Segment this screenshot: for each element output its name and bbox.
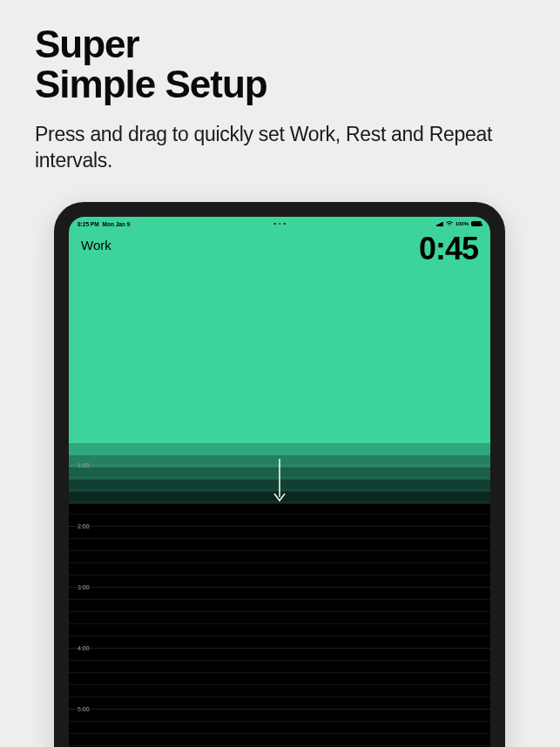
battery-icon xyxy=(471,221,482,226)
ruler-minor-tick xyxy=(69,550,490,551)
drag-down-arrow-icon xyxy=(273,459,287,502)
ruler-minor-tick xyxy=(69,660,490,661)
work-time-display: 0:45 xyxy=(419,231,478,267)
ruler-minor-tick xyxy=(69,733,490,734)
ruler-minor-tick xyxy=(69,636,490,636)
status-battery-pct: 100% xyxy=(455,221,469,226)
ruler-minor-tick xyxy=(69,611,490,612)
promo-subheading: Press and drag to quickly set Work, Rest… xyxy=(35,122,525,174)
ruler-major-tick xyxy=(69,526,490,527)
ruler-major-tick xyxy=(69,587,490,588)
ruler-minor-tick xyxy=(69,575,490,575)
ruler-major-tick xyxy=(69,709,490,710)
ruler-tick-label: 4:00 xyxy=(78,645,90,651)
app-screen[interactable]: 8:25 PM Mon Jan 9 100% Work 0:45 xyxy=(69,217,490,747)
ruler-minor-tick xyxy=(69,672,490,673)
ruler-minor-tick xyxy=(69,538,490,539)
ruler-minor-tick xyxy=(69,721,490,722)
ruler-tick-label: 5:00 xyxy=(78,706,90,712)
wifi-icon xyxy=(446,221,453,227)
ruler-minor-tick xyxy=(69,623,490,624)
ruler-minor-tick xyxy=(69,697,490,697)
promo-heading: Super Simple Setup xyxy=(35,24,267,104)
ruler-major-tick xyxy=(69,648,490,649)
ruler-minor-tick xyxy=(69,684,490,685)
status-time: 8:25 PM xyxy=(78,221,99,227)
status-bar: 8:25 PM Mon Jan 9 100% xyxy=(69,217,490,231)
ruler-tick-label: 2:00 xyxy=(78,523,90,529)
ruler-tick-label: 1:00 xyxy=(78,462,90,468)
cellular-signal-icon xyxy=(436,222,443,226)
ruler-minor-tick xyxy=(69,745,490,746)
ruler-minor-tick xyxy=(69,514,490,515)
status-date: Mon Jan 9 xyxy=(103,221,131,227)
heading-line-2: Simple Setup xyxy=(35,63,267,105)
ruler-minor-tick xyxy=(69,599,490,600)
mode-label: Work xyxy=(81,238,111,252)
multitasking-dots-icon xyxy=(273,223,286,225)
tablet-device-frame: 8:25 PM Mon Jan 9 100% Work 0:45 xyxy=(54,202,505,747)
heading-line-1: Super xyxy=(35,23,139,65)
ruler-minor-tick xyxy=(69,562,490,563)
ruler-tick-label: 3:00 xyxy=(78,584,90,590)
